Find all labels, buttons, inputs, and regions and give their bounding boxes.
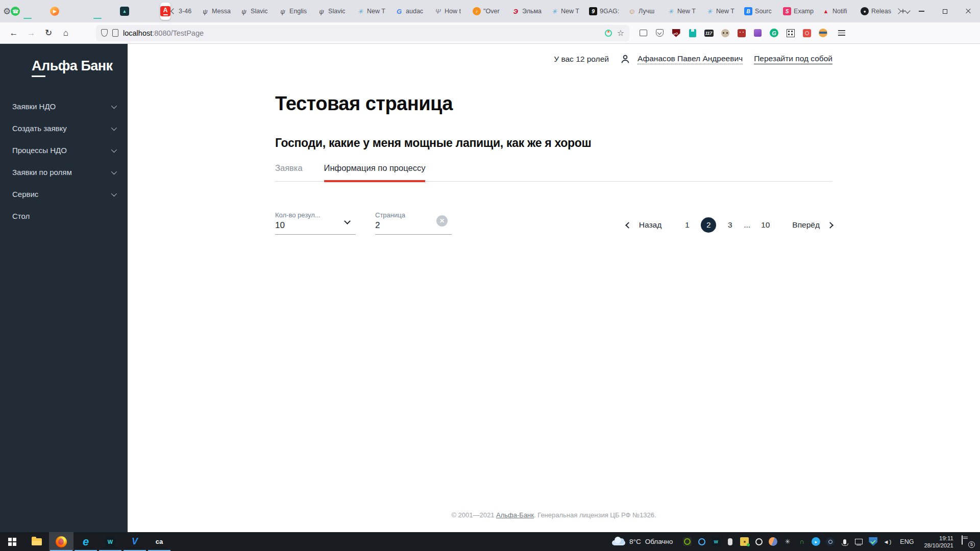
network-tray-icon[interactable]: [854, 537, 863, 546]
browser-tab[interactable]: ψEnglis: [276, 3, 314, 20]
file-explorer-button[interactable]: [24, 532, 49, 551]
ca-app-taskbar-button[interactable]: ca: [147, 532, 172, 551]
clock[interactable]: 19:11 28/10/2021: [922, 535, 955, 549]
weather-widget[interactable]: 8°C Облачно: [608, 538, 677, 546]
home-button[interactable]: ⌂: [57, 25, 75, 41]
page-button-3[interactable]: 3: [727, 220, 733, 230]
bookmark-star-icon[interactable]: ☆: [617, 28, 624, 38]
page-info-icon[interactable]: [112, 29, 118, 37]
browser-tab[interactable]: BSourc: [741, 3, 780, 20]
chevron-left-icon[interactable]: [625, 222, 632, 229]
list-all-tabs-button[interactable]: [905, 3, 910, 19]
reader-extension-button[interactable]: [639, 28, 648, 38]
browser-tab[interactable]: ✳New T: [547, 3, 586, 20]
page-button-2-active[interactable]: 2: [701, 217, 716, 233]
pinned-tab-music[interactable]: ▶: [20, 3, 89, 19]
next-page-button[interactable]: Вперёд: [792, 220, 820, 230]
sidebar-item-zayavki-ndo[interactable]: Заявки НДО: [0, 95, 128, 117]
relogin-link[interactable]: Перезайти под собой: [754, 54, 832, 64]
url-bar[interactable]: localhost:8080/TestPage ☆: [96, 25, 629, 41]
browser-tab[interactable]: ☺Лучш: [625, 3, 664, 20]
back-button[interactable]: ←: [5, 25, 22, 41]
sidebar-item-sozdat-zayavku[interactable]: Создать заявку: [0, 117, 128, 139]
browser-tab[interactable]: ♪"Over: [470, 3, 508, 20]
browser-tab[interactable]: ✳New T: [702, 3, 741, 20]
sidebar-item-zayavki-po-rolyam[interactable]: Заявки по ролям: [0, 161, 128, 183]
webstorm-tray-icon[interactable]: W: [712, 537, 720, 546]
chevron-right-icon[interactable]: [827, 222, 834, 229]
prev-page-button[interactable]: Назад: [639, 220, 662, 230]
moon-tray-icon[interactable]: [769, 537, 777, 546]
alfabank-footer-link[interactable]: Альфа-Банк: [496, 511, 534, 519]
page-button-1[interactable]: 1: [684, 220, 690, 230]
tracking-protection-shield-icon[interactable]: [101, 29, 108, 37]
page-number-input[interactable]: Страница 2 ✕: [375, 211, 452, 235]
browser-tab[interactable]: ●Releas: [857, 3, 896, 20]
qr-extension-button[interactable]: [786, 28, 795, 38]
browser-tab[interactable]: 3-46: [176, 3, 198, 20]
browser-tab[interactable]: ▲Notifi: [819, 3, 857, 20]
browser-tab[interactable]: SExamp: [780, 3, 819, 20]
mouse-tray-icon[interactable]: [726, 537, 734, 546]
page-button-10[interactable]: 10: [761, 220, 770, 230]
browser-tab[interactable]: ΨHow t: [431, 3, 470, 20]
vscode-taskbar-button[interactable]: V: [122, 532, 147, 551]
minimize-button[interactable]: [910, 0, 933, 22]
raccoon-extension-button[interactable]: [720, 28, 730, 38]
windows-security-tray-icon[interactable]: [869, 537, 877, 546]
counter-extension-button[interactable]: 117: [704, 28, 714, 38]
start-button[interactable]: [0, 532, 24, 551]
steam-tray-icon[interactable]: [826, 537, 835, 546]
browser-tab[interactable]: ✳New T: [353, 3, 392, 20]
forward-button[interactable]: →: [22, 25, 40, 41]
pocket-extension-button[interactable]: [655, 28, 665, 38]
pinned-tab-settings[interactable]: ⚙: [3, 3, 11, 19]
browser-tab[interactable]: ψSlavic: [314, 3, 353, 20]
active-tab-alfabank[interactable]: А: [160, 3, 170, 20]
reload-button[interactable]: ↻: [40, 25, 57, 41]
pinned-tab-dev[interactable]: ▲: [90, 3, 159, 19]
firefox-taskbar-button[interactable]: [49, 532, 74, 551]
headphones-tray-icon[interactable]: ∩: [797, 537, 806, 546]
sidebar-item-servis[interactable]: Сервис: [0, 183, 128, 205]
obs-tray-icon[interactable]: [754, 537, 763, 546]
lock-tray-icon[interactable]: [740, 537, 749, 546]
sidebar-item-stol[interactable]: Стол: [0, 205, 128, 227]
notification-center-button[interactable]: 5: [962, 536, 975, 548]
ublock-extension-button[interactable]: uO: [671, 28, 681, 38]
close-button[interactable]: [957, 0, 980, 22]
webstorm-taskbar-button[interactable]: W: [98, 532, 122, 551]
cube-extension-button[interactable]: [753, 28, 763, 38]
restore-button[interactable]: [933, 0, 957, 22]
ring-tray-icon[interactable]: [697, 537, 706, 546]
grammarly-extension-button[interactable]: G: [769, 28, 779, 38]
menu-button[interactable]: [834, 25, 849, 41]
avatar-extension-button[interactable]: [818, 28, 828, 38]
tab-process-info[interactable]: Информация по процессу: [324, 163, 426, 181]
telegram-tray-icon[interactable]: ▸: [812, 537, 820, 546]
alfabank-logo[interactable]: Альфа Банк: [0, 58, 128, 74]
clear-input-button[interactable]: ✕: [436, 215, 448, 227]
browser-tab[interactable]: ✳New T: [664, 3, 702, 20]
internet-explorer-taskbar-button[interactable]: e: [74, 532, 98, 551]
browser-tab[interactable]: 99GAG:: [586, 3, 625, 20]
camera-extension-button[interactable]: [802, 28, 812, 38]
nvidia-tray-icon[interactable]: [683, 537, 692, 546]
scroll-tabs-right-button[interactable]: [896, 3, 900, 19]
browser-tab[interactable]: ψMessa: [198, 3, 237, 20]
per-page-select[interactable]: Кол-во резул... 10: [275, 211, 356, 235]
creature-extension-button[interactable]: [737, 28, 746, 38]
pinned-tab-whatsapp[interactable]: ☎: [11, 3, 20, 19]
microphone-tray-icon[interactable]: [840, 537, 849, 546]
snowflake-tray-icon[interactable]: ✳: [783, 537, 792, 546]
user-name-link[interactable]: Афанасов Павел Андреевич: [638, 54, 743, 64]
browser-tab[interactable]: ψSlavic: [237, 3, 276, 20]
keyboard-language-indicator[interactable]: ENG: [898, 538, 916, 545]
scroll-tabs-left-button[interactable]: [172, 3, 176, 19]
sidebar-item-processy-ndo[interactable]: Процессы НДО: [0, 139, 128, 161]
bookmark-extension-button[interactable]: [688, 28, 697, 38]
tab-zayavka[interactable]: Заявка: [275, 163, 303, 181]
browser-tab[interactable]: ЭЭльма: [508, 3, 547, 20]
volume-tray-icon[interactable]: ◄): [883, 537, 892, 546]
browser-tab[interactable]: Gaudac: [392, 3, 431, 20]
